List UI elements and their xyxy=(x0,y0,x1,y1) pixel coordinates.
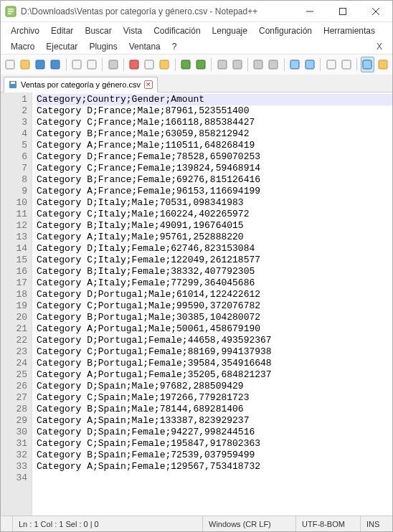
editor[interactable]: 1234567891011121314151617181920212223242… xyxy=(1,92,392,516)
sync-h-icon[interactable] xyxy=(303,57,316,72)
line-number: 8 xyxy=(1,174,27,186)
cut-icon[interactable] xyxy=(128,57,141,72)
code-line[interactable]: Category A;Italy;Male;95761,252888220 xyxy=(37,232,392,243)
code-line[interactable]: Category D;Portugal;Male;61014,122422612 xyxy=(37,289,392,300)
menu-archivo[interactable]: Archivo xyxy=(5,24,45,38)
code-line[interactable]: Category D;Italy;Male;70531,098341983 xyxy=(37,197,392,209)
line-number: 24 xyxy=(1,358,27,369)
code-line[interactable]: Category A;Portugal;Male;50061,458679190 xyxy=(37,323,392,335)
code-line[interactable]: Category C;Italy;Male;160224,402265972 xyxy=(37,209,392,220)
menu-?[interactable]: ? xyxy=(166,39,183,54)
find-icon[interactable] xyxy=(215,57,229,72)
menubar-x-icon[interactable]: X xyxy=(371,39,388,54)
code-line[interactable]: Category B;Portugal;Male;30385,104280072 xyxy=(37,312,392,323)
code-line[interactable]: Category C;France;Male;166118,885384427 xyxy=(37,117,392,128)
menu-herramientas[interactable]: Herramientas xyxy=(318,24,381,38)
print-icon[interactable] xyxy=(106,57,120,72)
replace-icon[interactable] xyxy=(230,57,244,72)
code-line[interactable]: Category C;Spain;Female;195847,917802363 xyxy=(37,438,392,450)
code-line[interactable]: Category B;Spain;Male;78144,689281406 xyxy=(37,404,392,415)
code-line[interactable]: Category B;France;Female;69276,815126416 xyxy=(37,174,392,186)
sync-v-icon[interactable] xyxy=(288,57,302,72)
new-file-icon[interactable] xyxy=(4,57,17,72)
code-line[interactable]: Category A;France;Male;110511,648268419 xyxy=(37,140,392,151)
code-area[interactable]: Category;Country;Gender;AmountCategory D… xyxy=(32,92,392,516)
code-line[interactable]: Category D;France;Male;87961,523551400 xyxy=(37,105,392,117)
code-line[interactable]: Category D;Spain;Male;97682,288509429 xyxy=(37,381,392,392)
line-number: 23 xyxy=(1,346,27,358)
menu-ventana[interactable]: Ventana xyxy=(123,39,166,54)
menu-plugins[interactable]: Plugins xyxy=(83,39,123,54)
line-number: 28 xyxy=(1,404,27,415)
status-encoding[interactable]: UTF-8-BOM xyxy=(296,516,361,531)
code-line[interactable]: Category A;Spain;Female;129567,753418732 xyxy=(37,461,392,472)
line-number: 3 xyxy=(1,117,27,128)
code-line[interactable]: Category A;Italy;Female;77299,364045686 xyxy=(37,277,392,289)
menu-ejecutar[interactable]: Ejecutar xyxy=(40,39,83,54)
zoom-in-icon[interactable] xyxy=(252,57,265,72)
status-insert-mode[interactable]: INS xyxy=(361,516,392,531)
close-file-icon[interactable] xyxy=(70,57,83,72)
line-number: 25 xyxy=(1,369,27,381)
code-line[interactable]: Category D;Spain;Female;94227,998244516 xyxy=(37,427,392,438)
menu-editar[interactable]: Editar xyxy=(45,24,79,38)
maximize-button[interactable] xyxy=(326,1,359,22)
svg-rect-21 xyxy=(233,60,242,69)
window-controls xyxy=(293,1,392,22)
paste-icon[interactable] xyxy=(158,57,171,72)
svg-rect-26 xyxy=(327,60,336,69)
tab-close-icon[interactable]: ✕ xyxy=(144,80,153,89)
save-icon[interactable] xyxy=(34,57,47,72)
code-line[interactable]: Category B;Italy;Female;38332,407792305 xyxy=(37,266,392,277)
close-all-icon[interactable] xyxy=(85,57,98,72)
wordwrap-icon[interactable] xyxy=(324,57,338,72)
code-line[interactable]: Category C;Portugal;Male;99590,372076782 xyxy=(37,300,392,312)
menu-macro[interactable]: Macro xyxy=(5,39,40,54)
undo-icon[interactable] xyxy=(179,57,193,72)
doc-map-icon[interactable] xyxy=(376,57,389,72)
line-number: 20 xyxy=(1,312,27,323)
menu-configuración[interactable]: Configuración xyxy=(253,24,318,38)
menu-vista[interactable]: Vista xyxy=(118,24,148,38)
menu-codificación[interactable]: Codificación xyxy=(148,24,206,38)
code-line[interactable]: Category A;France;Female;96153,116694199 xyxy=(37,186,392,197)
code-line[interactable] xyxy=(37,472,392,484)
toolbar-separator xyxy=(284,58,285,71)
line-number: 4 xyxy=(1,128,27,140)
svg-rect-1 xyxy=(8,9,14,10)
all-chars-icon[interactable] xyxy=(339,57,353,72)
svg-rect-23 xyxy=(269,60,278,69)
close-button[interactable] xyxy=(359,1,392,22)
code-line[interactable]: Category C;France;Female;139824,59468914 xyxy=(37,163,392,174)
menubar-row2: MacroEjecutarPluginsVentana?X xyxy=(1,38,392,54)
save-all-icon[interactable] xyxy=(49,57,62,72)
open-file-icon[interactable] xyxy=(19,57,32,72)
code-line[interactable]: Category C;Portugal;Female;88169,9941379… xyxy=(37,346,392,358)
svg-rect-20 xyxy=(218,60,227,69)
code-line[interactable]: Category B;Italy;Male;49091,196764015 xyxy=(37,220,392,232)
redo-icon[interactable] xyxy=(194,57,207,72)
code-line[interactable]: Category D;France;Female;78528,659070253 xyxy=(37,151,392,163)
code-line[interactable]: Category C;Italy;Female;122049,261218577 xyxy=(37,255,392,266)
indent-guide-icon[interactable] xyxy=(361,57,374,72)
svg-rect-18 xyxy=(181,60,190,69)
code-line[interactable]: Category A;Spain;Male;133387,823929237 xyxy=(37,415,392,427)
code-line[interactable]: Category B;Spain;Female;72539,037959499 xyxy=(37,450,392,461)
zoom-out-icon[interactable] xyxy=(267,57,280,72)
code-line[interactable]: Category C;Spain;Male;197266,779281723 xyxy=(37,392,392,404)
code-line[interactable]: Category B;France;Male;63059,858212942 xyxy=(37,128,392,140)
code-line[interactable]: Category A;Portugal;Female;35205,6848212… xyxy=(37,369,392,381)
code-line[interactable]: Category;Country;Gender;Amount xyxy=(37,94,392,105)
menu-lenguaje[interactable]: Lenguaje xyxy=(207,24,253,38)
code-line[interactable]: Category B;Portugal;Female;39584,3549166… xyxy=(37,358,392,369)
code-line[interactable]: Category D;Italy;Female;62746,823153084 xyxy=(37,243,392,255)
line-number: 34 xyxy=(1,472,27,484)
menu-buscar[interactable]: Buscar xyxy=(79,24,117,38)
code-line[interactable]: Category D;Portugal;Female;44658,4935923… xyxy=(37,335,392,346)
status-eol[interactable]: Windows (CR LF) xyxy=(203,516,296,531)
minimize-button[interactable] xyxy=(293,1,326,22)
file-tab[interactable]: Ventas por categoría y género.csv ✕ xyxy=(4,77,158,92)
svg-rect-8 xyxy=(6,60,14,69)
copy-icon[interactable] xyxy=(143,57,156,72)
line-number: 11 xyxy=(1,209,27,220)
